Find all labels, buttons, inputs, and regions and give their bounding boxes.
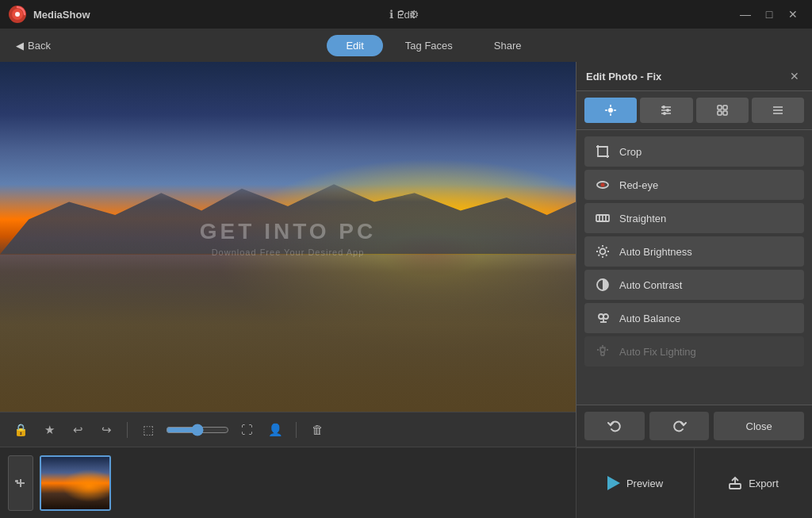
export-label: Export xyxy=(749,478,779,489)
brightness-icon xyxy=(594,243,611,260)
sliders-icon xyxy=(660,104,672,117)
tab-edit[interactable]: Edit xyxy=(327,35,382,56)
tab-tag-faces[interactable]: Tag Faces xyxy=(386,35,472,56)
edit-panel-close-button[interactable]: ✕ xyxy=(787,68,802,84)
preview-button[interactable]: Preview xyxy=(576,447,695,518)
ep-tab-effects[interactable] xyxy=(696,98,749,123)
close-window-button[interactable]: ✕ xyxy=(782,3,804,25)
svg-line-33 xyxy=(606,255,607,256)
svg-rect-16 xyxy=(718,111,722,115)
edit-panel-footer: Close xyxy=(576,405,812,447)
filmstrip-thumbnail[interactable] xyxy=(40,455,111,511)
panel-close-button[interactable]: Close xyxy=(714,412,804,440)
person-button[interactable]: 👤 xyxy=(264,419,286,441)
export-button[interactable]: Export xyxy=(695,447,812,518)
straighten-button[interactable]: Straighten xyxy=(584,203,804,233)
auto-contrast-label: Auto Contrast xyxy=(619,279,683,291)
filmstrip-area xyxy=(0,447,576,518)
svg-line-32 xyxy=(599,247,600,249)
fullscreen-button[interactable]: ⛶ xyxy=(236,419,258,441)
edit-panel-tabs xyxy=(576,91,812,130)
favorite-button[interactable]: ★ xyxy=(38,419,60,441)
navigation-bar: ◀ Back Edit Tag Faces Share xyxy=(0,29,812,62)
edit-panel-header: Edit Photo - Fix ✕ xyxy=(576,62,812,91)
title-bar: MediaShow Edit ℹ ? ⚙ — □ ✕ xyxy=(0,0,812,29)
rocks-overlay xyxy=(0,237,576,412)
panel-close-label: Close xyxy=(746,420,772,432)
red-eye-label: Red-eye xyxy=(619,179,658,191)
lighting-svg xyxy=(596,344,610,359)
svg-line-46 xyxy=(600,347,602,349)
auto-fix-lighting-button: Auto Fix Lighting xyxy=(584,336,804,366)
bottom-panel: Preview Export xyxy=(0,447,812,518)
svg-rect-14 xyxy=(718,106,722,109)
svg-point-13 xyxy=(663,112,666,115)
preview-export-panel: Preview Export xyxy=(576,447,812,518)
left-section: GET INTO PC Download Free Your Desired A… xyxy=(0,62,576,447)
straighten-svg xyxy=(596,211,610,225)
svg-point-2 xyxy=(15,12,20,17)
thumb-image xyxy=(41,457,109,509)
svg-line-45 xyxy=(604,347,606,349)
tab-share[interactable]: Share xyxy=(475,35,541,56)
contrast-svg xyxy=(596,278,610,292)
auto-balance-label: Auto Balance xyxy=(619,313,680,324)
svg-point-37 xyxy=(599,314,603,319)
effects-icon xyxy=(716,104,729,117)
edit-buttons-list: Crop Red-eye xyxy=(576,130,812,405)
crop-svg xyxy=(596,144,610,159)
auto-contrast-button[interactable]: Auto Contrast xyxy=(584,270,804,300)
zoom-slider[interactable] xyxy=(166,424,229,436)
add-media-icon xyxy=(14,477,27,489)
crop-label: Crop xyxy=(619,146,642,158)
ep-tab-adjust[interactable] xyxy=(640,98,692,123)
undo-action-button[interactable] xyxy=(584,412,645,440)
svg-point-11 xyxy=(666,109,669,112)
export-icon xyxy=(728,476,742,490)
straighten-icon xyxy=(594,209,611,227)
undo-button[interactable]: ↩ xyxy=(67,419,89,441)
titlebar-actions: — □ ✕ xyxy=(734,3,804,25)
auto-brightness-label: Auto Brightness xyxy=(619,246,692,258)
preview-label: Preview xyxy=(626,478,663,489)
menu-icon xyxy=(772,104,784,117)
view-button[interactable]: ⬚ xyxy=(137,419,159,441)
maximize-button[interactable]: □ xyxy=(758,3,780,25)
svg-point-9 xyxy=(662,106,665,109)
photo-canvas xyxy=(0,62,576,412)
redo-action-button[interactable] xyxy=(649,412,710,440)
app-name: MediaShow xyxy=(33,9,90,21)
lock-button[interactable]: 🔒 xyxy=(10,419,32,441)
straighten-label: Straighten xyxy=(619,213,666,224)
red-eye-icon xyxy=(594,176,611,194)
content-area: GET INTO PC Download Free Your Desired A… xyxy=(0,62,812,447)
ep-tab-fix[interactable] xyxy=(584,98,637,123)
edit-panel: Edit Photo - Fix ✕ xyxy=(576,62,812,447)
red-eye-button[interactable]: Red-eye xyxy=(584,170,804,200)
toolbar-separator-1 xyxy=(127,422,128,438)
redo-button[interactable]: ↪ xyxy=(95,419,117,441)
balance-svg xyxy=(596,311,610,325)
svg-point-38 xyxy=(603,314,608,319)
back-button[interactable]: ◀ Back xyxy=(10,36,57,55)
redo-icon xyxy=(672,419,687,433)
ep-tab-settings[interactable] xyxy=(752,98,804,123)
preview-export-buttons: Preview Export xyxy=(576,447,812,518)
minimize-button[interactable]: — xyxy=(734,3,756,25)
eye-svg xyxy=(596,178,610,192)
auto-fix-lighting-label: Auto Fix Lighting xyxy=(619,346,696,358)
add-media-button[interactable] xyxy=(8,455,33,511)
crop-button[interactable]: Crop xyxy=(584,136,804,167)
svg-point-3 xyxy=(608,108,613,113)
wand-icon xyxy=(604,104,617,117)
fix-lighting-icon xyxy=(594,343,611,360)
edit-panel-title: Edit Photo - Fix xyxy=(586,71,661,82)
window-title: Edit xyxy=(397,9,415,21)
balance-icon xyxy=(594,309,611,327)
auto-brightness-button[interactable]: Auto Brightness xyxy=(584,236,804,267)
svg-point-27 xyxy=(600,249,606,255)
info-icon[interactable]: ℹ xyxy=(389,8,393,21)
auto-balance-button[interactable]: Auto Balance xyxy=(584,303,804,333)
toolbar-separator-2 xyxy=(296,422,297,438)
delete-button[interactable]: 🗑 xyxy=(306,419,328,441)
